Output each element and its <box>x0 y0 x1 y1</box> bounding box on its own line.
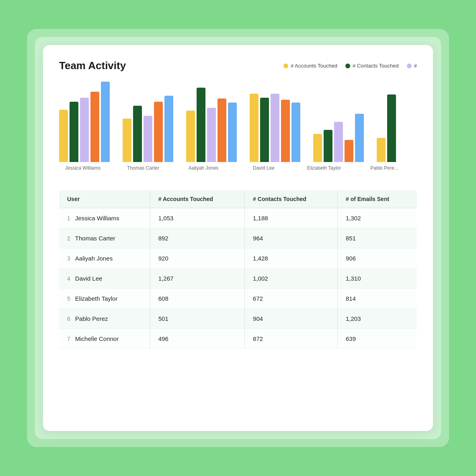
table-row: 4David Lee1,2671,0021,310 <box>59 269 417 289</box>
bar-purple <box>144 116 152 162</box>
cell-accounts: 1,053 <box>150 208 244 228</box>
legend-item-accounts: # Accounts Touched <box>283 63 337 69</box>
cell-user: 5Elizabeth Taylor <box>59 289 150 309</box>
table-row: 7Michelle Connor496872639 <box>59 329 417 349</box>
x-axis-label: Aaliyah Jones <box>180 165 227 171</box>
bar-purple <box>207 108 216 162</box>
cell-user: 2Thomas Carter <box>59 228 150 248</box>
cell-emails: 851 <box>337 228 417 248</box>
cell-user: 4David Lee <box>59 269 150 289</box>
bar-orange <box>281 100 290 162</box>
chart-title: Team Activity <box>59 60 126 72</box>
col-contacts: # Contacts Touched <box>245 190 338 208</box>
bar-yellow <box>59 110 68 162</box>
legend-item-contacts: # Contacts Touched <box>345 63 399 69</box>
cell-contacts: 964 <box>245 228 338 248</box>
legend-dot-accounts <box>283 64 288 68</box>
col-accounts: # Accounts Touched <box>150 190 244 208</box>
chart-header: Team Activity # Accounts Touched # Conta… <box>59 60 417 72</box>
x-axis-label: Jessica Williams <box>59 165 107 171</box>
person-bar-group <box>59 82 110 162</box>
cell-contacts: 1,428 <box>245 248 338 269</box>
bars-container <box>59 82 417 162</box>
bar-yellow <box>123 119 131 162</box>
legend-label-emails: # <box>414 63 417 69</box>
cell-contacts: 904 <box>245 309 338 329</box>
x-axis-label: Thomas Carter <box>119 165 167 171</box>
table-row: 2Thomas Carter892964851 <box>59 228 417 248</box>
legend-label-contacts: # Contacts Touched <box>353 63 399 69</box>
cell-user: 3Aaliyah Jones <box>59 248 150 269</box>
cell-contacts: 1,002 <box>245 269 338 289</box>
row-number: 3 <box>67 255 70 262</box>
x-labels: Jessica WilliamsThomas CarterAaliyah Jon… <box>59 165 417 171</box>
person-bar-group <box>313 114 364 162</box>
chart-area: Jessica WilliamsThomas CarterAaliyah Jon… <box>59 82 417 178</box>
bar-green <box>133 106 142 162</box>
chart-section: Team Activity # Accounts Touched # Conta… <box>59 60 417 178</box>
cell-emails: 1,203 <box>337 309 417 329</box>
row-number: 2 <box>67 235 70 242</box>
cell-user: 6Pablo Perez <box>59 309 150 329</box>
inner-frame: Team Activity # Accounts Touched # Conta… <box>35 37 441 439</box>
bar-yellow <box>313 134 322 162</box>
cell-accounts: 501 <box>150 309 244 329</box>
bar-blue <box>291 103 300 162</box>
activity-table: User # Accounts Touched # Contacts Touch… <box>59 190 417 349</box>
legend-item-emails: # <box>407 63 417 69</box>
table-row: 5Elizabeth Taylor608672814 <box>59 289 417 309</box>
person-bar-group <box>250 94 300 162</box>
cell-emails: 1,302 <box>337 208 417 228</box>
person-bar-group <box>377 94 396 162</box>
cell-accounts: 920 <box>150 248 244 269</box>
cell-emails: 639 <box>337 329 417 349</box>
bar-orange <box>217 98 226 162</box>
bar-green <box>197 88 205 162</box>
row-number: 4 <box>67 275 70 282</box>
table-row: 1Jessica Williams1,0531,1881,302 <box>59 208 417 228</box>
cell-contacts: 872 <box>245 329 338 349</box>
cell-accounts: 1,267 <box>150 269 244 289</box>
bar-green <box>324 130 332 162</box>
row-number: 5 <box>67 295 70 302</box>
main-card: Team Activity # Accounts Touched # Conta… <box>43 45 433 431</box>
bar-blue <box>164 96 173 162</box>
outer-frame: Team Activity # Accounts Touched # Conta… <box>27 29 449 447</box>
legend-label-accounts: # Accounts Touched <box>291 63 337 69</box>
cell-accounts: 608 <box>150 289 244 309</box>
row-number: 7 <box>67 336 70 342</box>
table-header-row: User # Accounts Touched # Contacts Touch… <box>59 190 417 208</box>
bar-orange <box>154 102 163 162</box>
bar-yellow <box>377 138 386 162</box>
legend-dot-emails <box>407 64 412 68</box>
bar-orange <box>345 140 353 162</box>
bar-blue <box>355 114 364 162</box>
col-user: User <box>59 190 150 208</box>
bar-orange <box>90 92 99 162</box>
table-body: 1Jessica Williams1,0531,1881,3022Thomas … <box>59 208 417 349</box>
cell-accounts: 496 <box>150 329 244 349</box>
bar-yellow <box>186 111 195 162</box>
x-axis-label: Pablo Pere... <box>361 165 408 171</box>
table-section: User # Accounts Touched # Contacts Touch… <box>59 190 417 416</box>
legend-dot-contacts <box>345 64 350 68</box>
cell-user: 1Jessica Williams <box>59 208 150 228</box>
cell-emails: 906 <box>337 248 417 269</box>
person-bar-group <box>123 96 173 162</box>
x-axis-label: David Lee <box>240 165 287 171</box>
col-emails: # of Emails Sent <box>337 190 417 208</box>
cell-emails: 814 <box>337 289 417 309</box>
cell-contacts: 1,188 <box>245 208 338 228</box>
cell-contacts: 672 <box>245 289 338 309</box>
cell-user: 7Michelle Connor <box>59 329 150 349</box>
bar-green <box>70 102 78 162</box>
bar-blue <box>101 82 110 162</box>
cell-accounts: 892 <box>150 228 244 248</box>
bar-purple <box>80 98 89 162</box>
bar-blue <box>228 103 237 162</box>
person-bar-group <box>186 88 237 162</box>
cell-emails: 1,310 <box>337 269 417 289</box>
table-row: 3Aaliyah Jones9201,428906 <box>59 248 417 269</box>
bar-green <box>387 94 396 162</box>
bar-green <box>260 98 269 162</box>
